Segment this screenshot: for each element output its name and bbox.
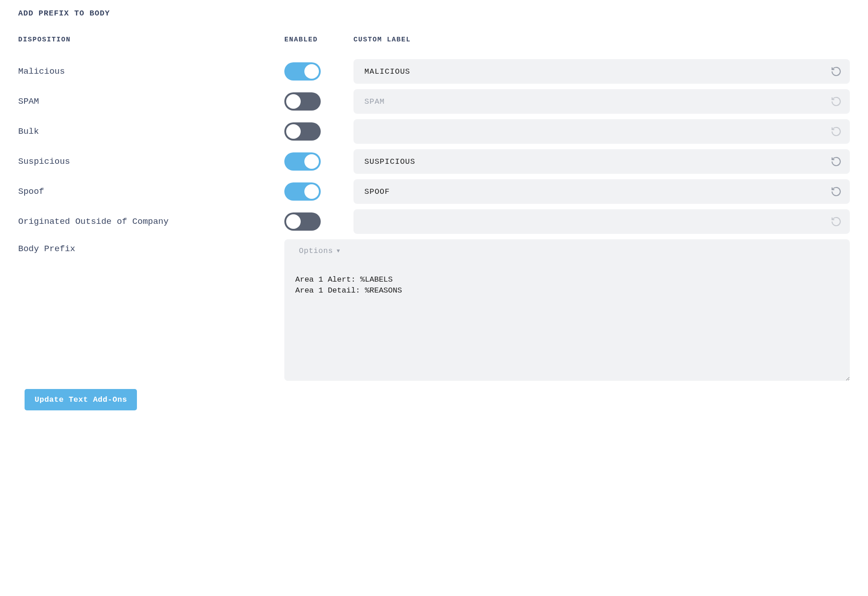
enabled-toggle-malicious[interactable] xyxy=(284,62,321,81)
header-custom-label: CUSTOM LABEL xyxy=(353,36,850,56)
disposition-label: Bulk xyxy=(18,120,284,143)
reset-icon xyxy=(830,215,843,228)
body-prefix-textarea[interactable] xyxy=(284,262,850,381)
reset-icon xyxy=(830,125,843,138)
body-prefix-label: Body Prefix xyxy=(18,237,284,260)
disposition-label: Originated Outside of Company xyxy=(18,210,284,233)
chevron-down-icon: ▼ xyxy=(337,248,340,254)
custom-label-input-malicious[interactable] xyxy=(364,67,830,76)
reset-icon xyxy=(830,95,843,108)
enabled-toggle-suspicious[interactable] xyxy=(284,152,321,171)
body-prefix-options-dropdown[interactable]: Options ▼ xyxy=(284,239,850,262)
disposition-label: Suspicious xyxy=(18,150,284,173)
custom-label-field-wrap xyxy=(353,149,850,174)
body-prefix-area: Options ▼ xyxy=(284,239,850,381)
disposition-label: SPAM xyxy=(18,90,284,113)
custom-label-field-wrap xyxy=(353,59,850,84)
section-title: ADD PREFIX TO BODY xyxy=(18,9,850,18)
enabled-toggle-bulk[interactable] xyxy=(284,122,321,141)
update-text-addons-button[interactable]: Update Text Add-Ons xyxy=(25,389,137,410)
reset-icon[interactable] xyxy=(830,155,843,168)
custom-label-input-suspicious[interactable] xyxy=(364,157,830,166)
header-enabled: ENABLED xyxy=(284,36,353,56)
disposition-table: DISPOSITION ENABLED CUSTOM LABEL Malicio… xyxy=(18,36,850,381)
custom-label-field-wrap xyxy=(353,209,850,234)
enabled-toggle-spoof[interactable] xyxy=(284,182,321,201)
custom-label-input-spoof[interactable] xyxy=(364,187,830,196)
enabled-toggle-spam[interactable] xyxy=(284,92,321,111)
custom-label-field-wrap xyxy=(353,119,850,144)
custom-label-field-wrap xyxy=(353,89,850,114)
options-label: Options xyxy=(299,247,333,255)
enabled-toggle-originated-outside[interactable] xyxy=(284,212,321,231)
disposition-label: Spoof xyxy=(18,180,284,203)
reset-icon[interactable] xyxy=(830,185,843,198)
disposition-label: Malicious xyxy=(18,60,284,83)
custom-label-field-wrap xyxy=(353,179,850,204)
custom-label-input-spam[interactable] xyxy=(364,97,830,106)
header-disposition: DISPOSITION xyxy=(18,36,284,56)
custom-label-input-originated-outside[interactable] xyxy=(364,217,830,226)
reset-icon[interactable] xyxy=(830,65,843,78)
custom-label-input-bulk[interactable] xyxy=(364,127,830,136)
